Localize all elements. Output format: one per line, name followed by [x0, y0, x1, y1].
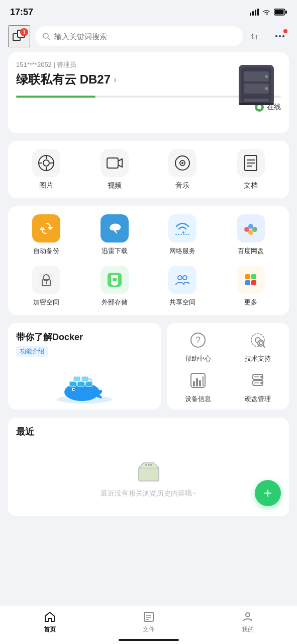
- media-label-document: 文档: [244, 181, 258, 190]
- media-item-photo[interactable]: 图片: [12, 149, 80, 190]
- media-item-video[interactable]: 视频: [80, 149, 149, 190]
- music-icon: [173, 154, 191, 172]
- app-label-more: 更多: [244, 298, 257, 307]
- more-button[interactable]: [271, 27, 289, 45]
- svg-rect-61: [245, 274, 250, 279]
- files-tab-icon: [142, 610, 155, 623]
- app-item-more[interactable]: 更多: [217, 266, 285, 307]
- network-icon-container: [168, 214, 196, 243]
- tab-item-home[interactable]: 首页: [0, 610, 99, 634]
- device-card: 151****2052 | 管理员 绿联私有云 DB27 ›: [8, 52, 289, 133]
- media-label-video: 视频: [108, 181, 122, 190]
- svg-point-15: [282, 35, 284, 37]
- top-nav: 1 1↑: [0, 22, 297, 52]
- tool-item-disk[interactable]: 硬盘管理: [231, 369, 285, 404]
- app-item-encrypt[interactable]: 加密空间: [12, 266, 80, 307]
- baidu-icon: [241, 218, 261, 238]
- svg-point-14: [279, 35, 281, 37]
- storage-icon: [106, 271, 124, 289]
- fab-add-button[interactable]: +: [255, 480, 281, 506]
- tab-label-home: 首页: [44, 625, 56, 634]
- device-image: [229, 57, 284, 113]
- tech-icon: [249, 331, 267, 349]
- tech-icon-container: [247, 329, 269, 351]
- help-icon-container: ?: [187, 329, 209, 351]
- app-item-baidu[interactable]: 百度网盘: [217, 214, 285, 256]
- svg-rect-0: [250, 13, 251, 16]
- recent-empty-text: 最近没有相关浏览历史内容哦~: [101, 489, 196, 498]
- disk-icon-container: [247, 369, 269, 391]
- svg-rect-63: [245, 280, 250, 285]
- svg-point-26: [43, 160, 49, 166]
- sort-button[interactable]: 1↑: [248, 27, 266, 45]
- encrypt-icon: [37, 271, 55, 289]
- document-icon-container: [237, 149, 265, 177]
- app-item-share[interactable]: 共享空间: [149, 266, 217, 307]
- svg-rect-72: [73, 376, 80, 381]
- tool-item-help[interactable]: ? 帮助中心: [171, 329, 225, 363]
- disk-icon: [249, 371, 267, 389]
- svg-rect-70: [77, 381, 84, 386]
- app-label-storage: 外部存储: [102, 298, 128, 307]
- status-icons: [250, 9, 287, 16]
- tool-item-tech[interactable]: 技术支持: [231, 329, 285, 363]
- svg-rect-42: [172, 218, 192, 238]
- app-item-network[interactable]: 网络服务: [149, 214, 217, 256]
- app-item-backup[interactable]: 自动备份: [12, 214, 80, 256]
- app-label-thunder: 迅雷下载: [102, 247, 128, 256]
- progress-bar-fill: [16, 96, 95, 98]
- status-bar: 17:57: [0, 0, 297, 22]
- search-bar[interactable]: [35, 26, 243, 46]
- svg-rect-96: [144, 612, 153, 621]
- apps-section: 自动备份 迅雷下载: [8, 206, 289, 315]
- share-icon: [173, 271, 191, 289]
- music-icon-container: [168, 149, 196, 177]
- svg-rect-62: [251, 274, 256, 279]
- backup-icon: [37, 219, 55, 237]
- tool-label-help: 帮助中心: [185, 354, 211, 363]
- notification-button[interactable]: 1: [8, 25, 30, 47]
- svg-point-68: [73, 389, 75, 390]
- media-item-document[interactable]: 文档: [217, 149, 285, 190]
- app-item-thunder[interactable]: 迅雷下载: [80, 214, 149, 256]
- svg-text:1↑: 1↑: [251, 33, 258, 41]
- svg-text:?: ?: [195, 335, 201, 345]
- more-apps-icon: [242, 271, 260, 289]
- device-info-icon: [189, 371, 207, 389]
- docker-card[interactable]: 带你了解Docker 功能介绍: [8, 323, 161, 410]
- baidu-icon-container: [237, 214, 265, 243]
- svg-point-93: [145, 464, 147, 466]
- svg-rect-57: [175, 273, 189, 287]
- svg-rect-85: [202, 376, 204, 386]
- svg-rect-5: [275, 10, 284, 15]
- home-indicator: [119, 639, 179, 641]
- svg-point-94: [148, 464, 150, 466]
- tab-item-mine[interactable]: 我的: [198, 610, 297, 634]
- sort-icon: 1↑: [251, 30, 263, 42]
- wifi-icon: [262, 9, 271, 16]
- tool-item-device-info[interactable]: 设备信息: [171, 369, 225, 404]
- svg-rect-31: [107, 158, 118, 168]
- svg-rect-84: [199, 380, 201, 386]
- apps-grid: 自动备份 迅雷下载: [12, 214, 285, 307]
- media-label-photo: 图片: [39, 181, 53, 190]
- docker-badge: 功能介绍: [16, 346, 48, 357]
- tab-item-files[interactable]: 文件: [99, 610, 198, 634]
- media-item-music[interactable]: 音乐: [149, 149, 217, 190]
- svg-rect-83: [196, 378, 198, 386]
- svg-marker-32: [118, 159, 122, 167]
- tool-label-device-info: 设备信息: [185, 394, 211, 404]
- app-item-storage[interactable]: 外部存储: [80, 266, 149, 307]
- bottom-tools: 带你了解Docker 功能介绍: [8, 323, 289, 410]
- search-input[interactable]: [54, 32, 236, 41]
- photo-icon: [37, 154, 55, 172]
- svg-rect-23: [239, 103, 274, 105]
- app-label-share: 共享空间: [169, 298, 195, 307]
- svg-point-95: [150, 464, 152, 466]
- svg-point-45: [248, 224, 253, 229]
- svg-rect-6: [285, 11, 287, 14]
- recent-section: 最近 最近没有相关浏览历史内容哦~ +: [8, 418, 289, 516]
- more-badge: [283, 29, 287, 33]
- svg-rect-55: [113, 278, 117, 281]
- network-icon: [172, 218, 192, 238]
